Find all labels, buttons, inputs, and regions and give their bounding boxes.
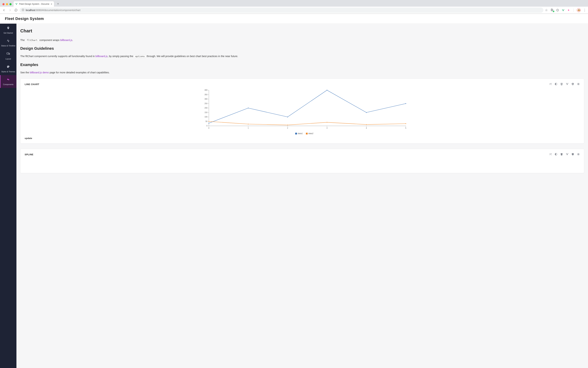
svg-rect-5 [9,53,10,55]
map-pin-icon [7,27,10,30]
tab-close-icon[interactable]: × [51,2,52,5]
svg-point-50 [405,103,406,104]
svg-text:1: 1 [248,127,249,129]
minimize-window-icon[interactable] [6,3,8,5]
svg-point-52 [248,124,249,125]
svg-point-47 [287,117,288,118]
sidebar-item-status-timeline[interactable]: Status & Timeline [0,37,17,49]
examples-paragraph: See the billboard.js demo page for more … [20,71,584,74]
sidebar-item-label: Get Started [3,32,13,34]
svg-text:3: 3 [326,127,328,129]
sidebar-item-label: Layout [5,58,11,60]
svg-point-53 [287,125,288,126]
svg-text:350: 350 [204,94,207,96]
react-icon[interactable] [577,83,580,86]
info-circle-icon[interactable] [556,9,559,12]
card-footer-update[interactable]: update [25,137,580,139]
svg-text:50: 50 [205,120,208,122]
reload-button[interactable] [14,8,18,12]
angular-icon[interactable] [571,153,574,156]
chart-legend: data1 data2 [29,132,580,134]
address-bar[interactable]: localhost:8080/#/documentation/component… [20,8,544,13]
svg-point-54 [326,122,327,123]
html5-icon[interactable] [560,153,563,156]
card-title: LINE CHART [25,83,39,86]
svg-point-46 [248,108,249,109]
svg-point-45 [208,123,209,124]
legend-item-data2[interactable]: data2 [306,132,313,134]
link-billboard-2[interactable]: billboard.js [96,55,107,58]
close-window-icon[interactable] [2,3,5,5]
line-chart: 050100150200250300350400012345 data1 dat… [25,89,580,134]
sidebar-item-label: Styles & Themes [1,71,15,73]
svg-point-56 [405,123,406,124]
vue-devtools-icon[interactable] [562,9,565,12]
section-design-guidelines: Design Guidelines [20,46,584,51]
svg-point-51 [208,121,209,122]
vue-icon[interactable] [566,153,569,156]
devices-icon [7,52,10,56]
new-tab-button[interactable]: + [56,1,61,6]
extension-d-icon[interactable]: D1 [550,9,553,12]
browser-chrome: Fleet Design System - Docume × + localho… [0,0,588,14]
svg-point-9 [578,84,579,84]
vue-favicon-icon [15,3,18,5]
card-title: SPLINE [25,153,33,156]
vue-icon[interactable] [566,83,569,86]
card-line-chart: LINE CHART 05010015020025030035040001234… [20,79,584,144]
svg-text:100: 100 [204,116,207,118]
svg-text:5: 5 [405,127,406,129]
forward-button[interactable] [8,8,12,12]
svg-text:150: 150 [204,111,207,113]
bookmark-star-icon[interactable]: ☆ [545,9,548,12]
kebab-menu-icon[interactable]: ⋮ [583,9,586,12]
svg-rect-7 [8,79,9,80]
shuffle-icon[interactable] [549,83,552,86]
shuffle-icon[interactable] [549,153,552,156]
browser-tab[interactable]: Fleet Design System - Docume × [13,1,54,7]
svg-point-55 [366,124,367,125]
main-content: Chart The fltChart component wraps billb… [17,24,588,368]
sidebar-item-label: Components [3,83,13,85]
html5-icon[interactable] [560,83,563,86]
sidebar-item-label: Status & Timeline [1,45,15,47]
window-controls [1,3,13,7]
sidebar-item-styles-themes[interactable]: Styles & Themes [0,62,17,75]
palette-icon [7,65,10,69]
svg-point-49 [366,112,367,113]
contrast-icon[interactable] [555,153,557,156]
section-examples: Examples [20,63,584,67]
svg-text:200: 200 [204,107,207,109]
react-icon[interactable] [577,153,580,156]
back-button[interactable] [2,8,6,12]
app-header: Fleet Design System [0,14,588,24]
svg-text:0: 0 [206,125,207,127]
sidebar-item-components[interactable]: Components [0,75,17,88]
brand-title: Fleet Design System [5,17,44,21]
sidebar-item-get-started[interactable]: Get Started [0,24,17,37]
maximize-window-icon[interactable] [9,3,11,5]
svg-text:4: 4 [366,127,367,129]
chart-svg: 050100150200250300350400012345 [29,89,580,131]
card-actions [549,83,580,86]
sidebar: Get Started Status & Timeline Layout Sty… [0,24,17,368]
angular-icon[interactable] [571,83,574,86]
card-spline: SPLINE [20,149,584,173]
toolbar-divider [573,9,574,12]
extension-play-icon[interactable] [567,9,570,12]
link-billboard-demo[interactable]: billboard.js demo [30,71,49,74]
sidebar-item-layout[interactable]: Layout [0,49,17,62]
legend-item-data1[interactable]: data1 [295,132,303,134]
svg-point-48 [326,90,327,91]
guidelines-paragraph: The fltChart component currently support… [20,54,584,58]
link-billboard[interactable]: billboard.js [60,39,72,41]
page-title: Chart [20,28,584,34]
svg-point-58 [578,154,579,155]
url-text: localhost:8080/#/documentation/component… [26,9,80,11]
contrast-icon[interactable] [555,83,557,86]
tab-title: Fleet Design System - Docume [19,3,49,5]
site-info-icon[interactable] [22,9,24,12]
svg-text:2: 2 [287,127,288,129]
browser-toolbar: localhost:8080/#/documentation/component… [0,7,588,14]
profile-avatar[interactable]: 🐵 [577,8,581,12]
